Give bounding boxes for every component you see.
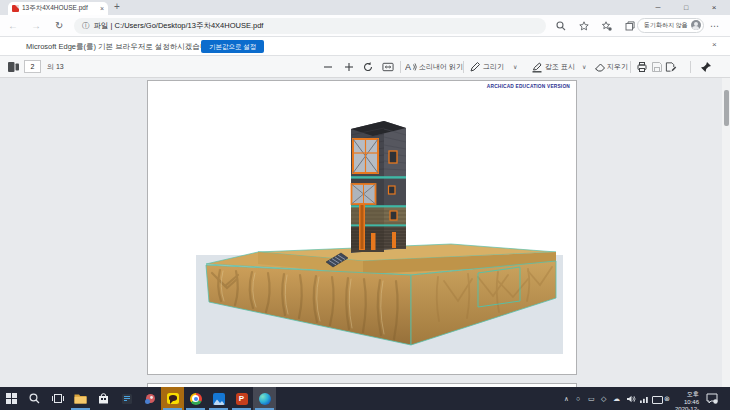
tab-title: 13주차4X4HOUSE.pdf: [22, 4, 98, 13]
taskbar-search-button[interactable]: [23, 387, 46, 410]
screen: 13주차4X4HOUSE.pdf × + ─ □ × ← → ↻ ⓘ 파일 | …: [0, 0, 730, 410]
touch-keyboard-icon[interactable]: [652, 396, 663, 404]
file-explorer-icon[interactable]: [69, 387, 92, 410]
scrollbar[interactable]: [722, 78, 730, 387]
read-aloud-icon[interactable]: A: [405, 61, 417, 73]
draw-chevron-icon[interactable]: ∨: [513, 56, 517, 78]
eject-hardware-icon[interactable]: ⊗: [664, 387, 670, 410]
avatar: [691, 20, 701, 30]
search-icon[interactable]: [556, 21, 566, 31]
office-app-icon[interactable]: [115, 387, 138, 410]
pdf-file-icon: [12, 5, 19, 12]
toolbar-divider: [630, 61, 631, 73]
scrollbar-thumb[interactable]: [724, 90, 729, 126]
chrome-icon[interactable]: [184, 387, 207, 410]
banner-close-icon[interactable]: ×: [712, 40, 717, 49]
pin-toolbar-icon[interactable]: [700, 61, 712, 73]
set-default-button[interactable]: 기본값으로 설정: [201, 40, 264, 53]
notification-badge: [713, 399, 717, 403]
powerpoint-icon[interactable]: P: [230, 387, 253, 410]
address-url: 파일 | C:/Users/Go/Desktop/13주차4X4HOUSE.pd…: [94, 21, 264, 31]
edge-browser-icon[interactable]: [253, 387, 276, 410]
print-icon[interactable]: [636, 61, 648, 73]
banner-text: Microsoft Edge를(를) 기본 브라우저로 설정하시겠습니까?: [26, 37, 219, 56]
collections-icon[interactable]: [625, 21, 635, 31]
action-center-icon[interactable]: [706, 393, 718, 404]
browser-navbar: ← → ↻ ⓘ 파일 | C:/Users/Go/Desktop/13주차4X4…: [0, 15, 730, 37]
page-number-input[interactable]: [24, 60, 41, 73]
tab-strip: 13주차4X4HOUSE.pdf × + ─ □ ×: [0, 0, 730, 15]
highlight-pen-icon[interactable]: [531, 61, 543, 73]
refresh-icon[interactable]: ↻: [55, 15, 63, 37]
favorites-bar-icon[interactable]: [602, 21, 612, 31]
archicad-watermark: ARCHICAD EDUCATION VERSION: [487, 84, 570, 89]
tower: [351, 121, 406, 253]
browser-tab[interactable]: 13주차4X4HOUSE.pdf ×: [8, 2, 108, 15]
pdf-toolbar: 의 13 A 소리내어 읽기 그리기 ∨ 강조 표시 ∨ 지우기: [0, 56, 730, 78]
draw-label[interactable]: 그리기: [483, 56, 504, 78]
tray-folder-icon[interactable]: ▭: [588, 387, 595, 410]
zoom-in-icon[interactable]: [343, 61, 355, 73]
tower-window-right-mid: [389, 186, 396, 194]
taskbar: P ∧ ○ ▭ ◇ ☁ ⊗ 오후 10:46 2020-12-04: [0, 387, 730, 410]
save-as-icon[interactable]: [665, 61, 677, 73]
onedrive-cloud-icon[interactable]: ☁: [613, 387, 620, 410]
new-tab-button[interactable]: +: [114, 1, 120, 12]
toolbar-divider: [690, 61, 691, 73]
read-aloud-label[interactable]: 소리내어 읽기: [419, 56, 463, 78]
highlight-label[interactable]: 강조 표시: [545, 56, 575, 78]
tower-window-right-low: [390, 211, 397, 220]
tray-status-icon[interactable]: ○: [576, 387, 580, 410]
tower-window-right-top: [389, 151, 397, 163]
tower-window-mid: [352, 184, 376, 204]
default-browser-banner: Microsoft Edge를(를) 기본 브라우저로 설정하시겠습니까? 기본…: [0, 37, 730, 56]
start-button[interactable]: [0, 387, 23, 410]
clock-date: 2020-12-04: [671, 406, 699, 410]
task-view-button[interactable]: [46, 387, 69, 410]
network-icon[interactable]: [640, 396, 649, 403]
highlight-chevron-icon[interactable]: ∨: [582, 56, 586, 78]
pdf-page: ARCHICAD EDUCATION VERSION: [147, 80, 577, 375]
draw-pen-icon[interactable]: [469, 61, 481, 73]
sync-status-label: 동기화하지 않음: [644, 21, 688, 30]
zoom-out-icon[interactable]: [322, 61, 334, 73]
app-icon-unknown[interactable]: [138, 387, 161, 410]
window-minimize-button[interactable]: ─: [644, 0, 672, 15]
info-icon[interactable]: ⓘ: [82, 21, 90, 31]
clock-time: 오후 10:46: [671, 391, 699, 406]
page-panel-icon[interactable]: [8, 62, 19, 72]
microsoft-store-icon[interactable]: [92, 387, 115, 410]
volume-icon[interactable]: [627, 395, 636, 403]
fit-to-page-icon[interactable]: [382, 61, 394, 73]
toolbar-divider: [463, 61, 464, 73]
erase-label[interactable]: 지우기: [607, 56, 628, 78]
tray-chevron-icon[interactable]: ∧: [564, 387, 569, 410]
photos-app-icon[interactable]: [207, 387, 230, 410]
tower-window-large: [353, 139, 378, 173]
dropbox-icon[interactable]: ◇: [601, 387, 606, 410]
window-close-button[interactable]: ×: [700, 0, 728, 15]
toolbar-divider: [400, 61, 401, 73]
tab-close-icon[interactable]: ×: [100, 5, 104, 12]
page-count-label: 의 13: [47, 56, 64, 78]
kakaotalk-icon[interactable]: [161, 387, 184, 410]
profile-sync-button[interactable]: 동기화하지 않음: [637, 18, 704, 33]
favorite-star-icon[interactable]: [579, 21, 589, 31]
window-maximize-button[interactable]: □: [672, 0, 700, 15]
back-icon[interactable]: ←: [8, 15, 18, 37]
pdf-viewport[interactable]: ARCHICAD EDUCATION VERSION: [0, 78, 730, 387]
rotate-icon[interactable]: [362, 61, 374, 73]
eraser-icon[interactable]: [594, 61, 606, 73]
taskbar-clock[interactable]: 오후 10:46 2020-12-04: [671, 391, 699, 410]
menu-dots-icon[interactable]: ⋯: [710, 15, 719, 37]
save-icon[interactable]: [651, 61, 663, 73]
forward-icon[interactable]: →: [31, 15, 41, 37]
house-3d-render: [148, 81, 576, 374]
address-bar[interactable]: ⓘ 파일 | C:/Users/Go/Desktop/13주차4X4HOUSE.…: [74, 18, 546, 34]
svg-text:A: A: [405, 62, 411, 72]
